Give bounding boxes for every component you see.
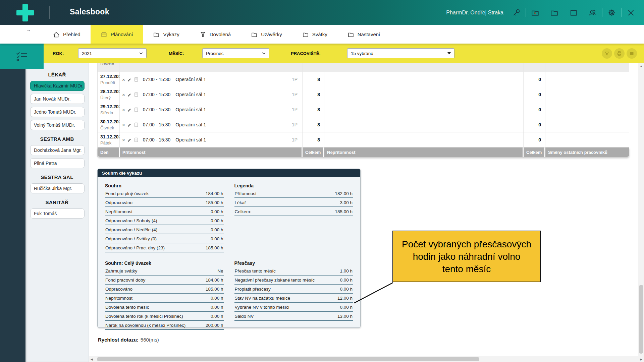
row-absence: 0 xyxy=(524,102,545,117)
sidebar-item-staff[interactable]: Pilná Petra xyxy=(30,158,85,168)
tab-prehled[interactable]: Přehled xyxy=(43,25,91,44)
tab-svatky[interactable]: Svátky xyxy=(292,25,337,44)
summary-label: Dovolená tento rok (k měsíci Prosinec) xyxy=(105,314,183,319)
query-speed-status: Rychlost dotazu:560(ms) xyxy=(98,337,159,343)
user-name: PharmDr. Ondřej Straka xyxy=(446,10,503,16)
row-hours: 8 xyxy=(303,117,324,132)
forward-arrow-icon[interactable]: → xyxy=(26,27,31,33)
summary-section-souhrn: Souhrn Fond pro plný úvazek184.00 h Odpr… xyxy=(105,180,224,252)
summary-value: 182.00 h xyxy=(331,191,353,196)
shift-time: 07:00 - 15:30 xyxy=(143,77,171,82)
funnel-icon xyxy=(200,31,206,38)
col-header-den: Den xyxy=(98,147,120,157)
summary-value: 0.00 h xyxy=(207,218,223,223)
shift-badge: 1P xyxy=(292,77,302,82)
note-doc-icon[interactable] xyxy=(134,107,139,112)
summary-panel-title: Souhrn dle výkazu xyxy=(98,169,360,177)
delete-shift-icon[interactable]: × xyxy=(122,137,125,142)
summary-value: Ne xyxy=(214,268,223,274)
sidebar-toggle-button[interactable] xyxy=(0,44,44,69)
year-select[interactable]: 2021 xyxy=(78,48,147,58)
row-weekday: Pondělí xyxy=(100,80,118,85)
sidebar-item-staff[interactable]: Docházková Jana Mgr. xyxy=(30,145,85,155)
summary-value: 0.00 h xyxy=(207,314,223,319)
key-icon[interactable] xyxy=(512,8,521,17)
tab-dovolena[interactable]: Dovolená xyxy=(190,25,241,44)
close-icon[interactable] xyxy=(627,8,635,17)
folder-n-icon[interactable]: N xyxy=(531,8,540,17)
tab-label: Dovolená xyxy=(210,32,231,37)
print-button[interactable] xyxy=(614,48,625,59)
sidebar-item-staff[interactable]: Jedno Tomáš MUDr. xyxy=(30,107,85,117)
tab-label: Výkazy xyxy=(163,32,179,37)
workplace-select-value: 15 vybráno xyxy=(351,51,373,56)
delete-shift-icon[interactable]: × xyxy=(122,122,125,127)
workplace-select[interactable]: 15 vybráno xyxy=(347,48,454,58)
edit-pencil-icon[interactable] xyxy=(127,92,132,97)
summary-value: 185.00 h xyxy=(331,209,353,214)
sidebar-item-staff[interactable]: Fuk Tomáš xyxy=(30,208,85,219)
horizontal-scroll-thumb[interactable] xyxy=(97,357,479,361)
scroll-up-arrow[interactable]: ▲ xyxy=(638,63,644,68)
vertical-scroll-thumb[interactable] xyxy=(639,285,643,354)
sidebar-item-staff[interactable]: Hlavička Kazimír MUDr. xyxy=(30,81,85,91)
menu-button[interactable] xyxy=(627,48,637,59)
summary-label: Odpracováno / Svátky (0) xyxy=(105,236,157,241)
shift-place: Operační sál 1 xyxy=(175,122,206,127)
checklist-icon xyxy=(16,51,28,62)
users-icon[interactable] xyxy=(588,8,597,17)
tab-planovani[interactable]: Plánování xyxy=(91,25,143,44)
summary-label: Odpracováno / Soboty (4) xyxy=(105,218,157,223)
vertical-scrollbar[interactable]: ▲ xyxy=(638,63,644,357)
summary-label: Přítomnost xyxy=(235,191,257,196)
tab-vykazy[interactable]: Výkazy xyxy=(143,25,189,44)
summary-label: Zahrnuje svátky xyxy=(105,268,137,274)
tab-nastaveni[interactable]: Nastavení xyxy=(337,25,390,44)
month-select[interactable]: Prosinec xyxy=(202,48,269,58)
summary-value: 13.00 h xyxy=(334,314,353,319)
delete-shift-icon[interactable]: × xyxy=(122,92,125,97)
sidebar-item-staff[interactable]: Volný Tomáš MUDr. xyxy=(30,120,85,130)
note-doc-icon[interactable] xyxy=(134,77,139,82)
header-separator xyxy=(621,8,622,17)
header-divider xyxy=(49,6,50,19)
home-icon xyxy=(53,31,60,38)
summary-label: Vybrané NV v tomto měsíci xyxy=(235,305,289,310)
note-doc-icon[interactable] xyxy=(134,137,139,142)
summary-section-prescasy: Přesčasy Přesčas tento měsíc1.00 h Negat… xyxy=(234,257,353,330)
delete-shift-icon[interactable]: × xyxy=(122,107,125,112)
summary-label: Lékař xyxy=(235,200,246,205)
folder-icon[interactable] xyxy=(550,8,559,17)
summary-label: Stav NV na začátku měsíce xyxy=(235,296,290,301)
row-absence: 0 xyxy=(524,117,545,132)
edit-pencil-icon[interactable] xyxy=(127,107,132,112)
callout-pointer-line xyxy=(349,281,399,308)
summary-label: Fond pro plný úvazek xyxy=(105,191,149,196)
edit-pencil-icon[interactable] xyxy=(127,122,132,127)
summary-label: Proplatit přesčasy xyxy=(235,287,271,292)
mesic-label: MĚSÍC: xyxy=(169,51,184,56)
square-window-icon[interactable] xyxy=(569,8,578,17)
sidebar-item-staff[interactable]: Ručička Jirka Mgr. xyxy=(30,183,85,193)
tab-uzaverky[interactable]: Uzávěrky xyxy=(241,25,292,44)
delete-shift-icon[interactable]: × xyxy=(122,77,125,82)
horizontal-scrollbar[interactable]: ◀ ▶ xyxy=(89,356,644,362)
note-doc-icon[interactable] xyxy=(134,92,139,97)
edit-pencil-icon[interactable] xyxy=(127,137,132,142)
folder-icon xyxy=(251,31,258,38)
filter-button[interactable] xyxy=(602,48,612,59)
year-select-value: 2021 xyxy=(82,51,92,56)
shift-time: 07:00 - 15:30 xyxy=(143,92,171,97)
header-separator xyxy=(583,8,583,17)
gear-icon[interactable] xyxy=(607,8,616,17)
shift-badge: 1P xyxy=(292,92,302,97)
scroll-right-arrow[interactable]: ▶ xyxy=(638,358,644,361)
scroll-left-arrow[interactable]: ◀ xyxy=(89,358,95,361)
edit-pencil-icon[interactable] xyxy=(127,77,132,82)
shift-place: Operační sál 1 xyxy=(175,137,206,142)
table-footer-header: Den Přítomnost Celkem Nepřítomnost Celke… xyxy=(98,147,629,157)
chevron-down-icon xyxy=(139,52,143,55)
summary-label: Negativní přesčasy získané tento měsíc xyxy=(235,278,315,283)
note-doc-icon[interactable] xyxy=(134,122,139,127)
sidebar-item-staff[interactable]: Jan Novák MUDr. xyxy=(30,94,85,104)
